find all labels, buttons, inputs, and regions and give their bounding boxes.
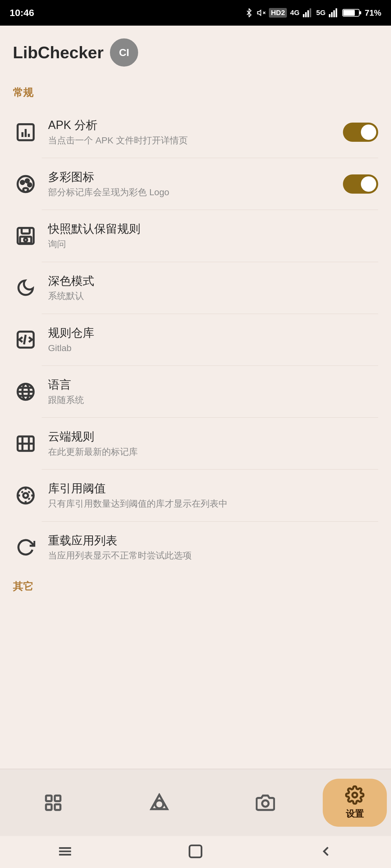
back-icon [318,843,334,859]
settings-item-reload-app-list[interactable]: 重载应用列表 当应用列表显示不正常时尝试此选项 [0,522,391,573]
camera-icon [256,793,275,812]
refresh-icon [13,534,38,560]
svg-point-18 [21,181,24,184]
svg-point-43 [155,800,163,808]
signal-bars2-icon [329,8,339,17]
bottom-nav: 设置 [0,769,391,836]
moon-icon [13,275,38,301]
battery-icon [342,8,362,18]
svg-point-44 [262,800,269,807]
settings-item-colorful-icon[interactable]: 多彩图标 部分标记库会呈现为彩色 Logo [0,158,391,210]
settings-item-apk-analysis[interactable]: APK 分析 当点击一个 APK 文件时打开详情页 [0,106,391,158]
colorful-icon-toggle[interactable] [343,175,378,194]
svg-line-26 [24,335,26,344]
svg-rect-8 [333,10,335,17]
svg-rect-12 [360,11,361,14]
signal-bars-icon [303,8,313,17]
reload-app-list-title: 重载应用列表 [48,533,378,548]
sys-nav-bar [0,836,391,868]
colorful-icon-title: 多彩图标 [48,169,343,185]
status-bar: 10:46 HD2 4G 5G 71% [0,0,391,26]
rule-repo-title: 规则仓库 [48,326,378,341]
svg-rect-11 [343,10,355,16]
svg-marker-42 [151,795,167,809]
svg-rect-6 [329,14,330,17]
language-subtitle: 跟随系统 [48,394,378,406]
svg-point-24 [24,238,27,241]
svg-point-20 [28,183,31,186]
bluetooth-icon [245,8,253,17]
cloud-rules-title: 云端规则 [48,429,378,444]
svg-rect-9 [336,8,337,17]
section-general: 常规 [0,76,391,106]
chart-icon [13,119,38,145]
svg-rect-40 [46,804,52,810]
gear-icon [345,785,364,805]
reload-app-list-subtitle: 当应用列表显示不正常时尝试此选项 [48,550,378,561]
colorful-icon-subtitle: 部分标记库会呈现为彩色 Logo [48,187,343,198]
language-title: 语言 [48,377,378,393]
svg-rect-7 [331,12,333,17]
svg-point-45 [352,793,357,797]
svg-rect-4 [307,10,309,17]
main-content: LibChecker CI 常规 APK 分析 当点击一个 APK 文件时打开详… [0,26,391,769]
settings-item-rule-repo[interactable]: 规则仓库 Gitlab [0,314,391,366]
hd2-badge: HD2 [269,8,287,18]
status-time: 10:46 [9,7,34,18]
book-open-icon [13,431,38,456]
app-title: LibChecker [13,43,104,62]
settings-item-lib-threshold[interactable]: 库引用阈值 只有库引用数量达到阈值的库才显示在列表中 [0,469,391,521]
dark-mode-subtitle: 系统默认 [48,290,378,302]
home-square-icon [188,843,203,859]
battery-percent: 71% [365,8,381,18]
nav-item-libs[interactable] [110,769,208,836]
nav-item-apps[interactable] [4,769,102,836]
gauge-icon [13,483,38,508]
svg-rect-49 [189,845,202,858]
settings-item-dark-mode[interactable]: 深色模式 系统默认 [0,262,391,314]
svg-point-19 [26,179,29,182]
cloud-rules-subtitle: 在此更新最新的标记库 [48,446,378,458]
code-icon [13,327,38,352]
apk-analysis-subtitle: 当点击一个 APK 文件时打开详情页 [48,135,343,146]
apk-analysis-title: APK 分析 [48,118,343,133]
shapes-icon [150,793,169,812]
settings-item-language[interactable]: 语言 跟随系统 [0,366,391,417]
svg-rect-41 [55,804,61,810]
svg-rect-22 [22,228,30,234]
settings-item-snapshot[interactable]: 快照默认保留规则 询问 [0,210,391,261]
dark-mode-title: 深色模式 [48,274,378,289]
extra-section-label: 其它 [0,573,391,597]
svg-rect-5 [310,8,311,17]
apk-analysis-toggle[interactable] [343,123,378,142]
status-icons: HD2 4G 5G 71% [245,8,381,18]
ci-badge: CI [110,38,138,67]
globe-icon [13,379,38,405]
snapshot-title: 快照默认保留规则 [48,221,378,237]
lib-threshold-subtitle: 只有库引用数量达到阈值的库才显示在列表中 [48,498,378,509]
sys-nav-back[interactable] [318,843,334,861]
palette-icon [13,171,38,197]
settings-nav-label: 设置 [346,808,364,820]
mute-icon [257,8,266,17]
svg-rect-2 [303,14,304,17]
grid-icon [44,793,63,812]
save-icon [13,223,38,249]
app-header: LibChecker CI [0,26,391,76]
settings-item-cloud-rules[interactable]: 云端规则 在此更新最新的标记库 [0,418,391,469]
svg-rect-3 [305,12,307,17]
sys-nav-home[interactable] [188,843,203,861]
nav-item-settings[interactable]: 设置 [323,779,387,827]
lib-threshold-title: 库引用阈值 [48,481,378,496]
4g-signal: 4G [290,9,299,17]
5g-signal: 5G [316,9,326,17]
svg-rect-39 [55,795,61,801]
rule-repo-subtitle: Gitlab [48,342,378,354]
nav-item-snapshot[interactable] [217,769,314,836]
svg-rect-38 [46,795,52,801]
menu-icon [57,843,73,859]
sys-nav-menu[interactable] [57,843,73,861]
svg-point-37 [23,493,28,498]
snapshot-subtitle: 询问 [48,239,378,250]
